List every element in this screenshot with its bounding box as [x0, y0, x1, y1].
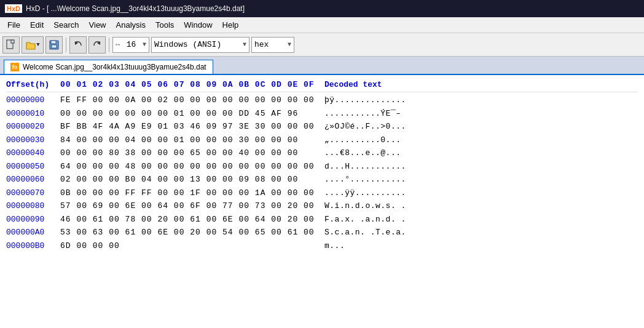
- hex-rows: 00000000FE FF 00 00 0A 00 02 00 00 00 00…: [6, 94, 638, 252]
- title-bar: HxD HxD - [ ...\Welcome Scan.jpg__3or4kl…: [0, 0, 644, 17]
- table-row: 0000008057 00 69 00 6E 00 64 00 6F 00 77…: [6, 199, 638, 213]
- title-text: HxD - [ ...\Welcome Scan.jpg__3or4kl4x13…: [26, 4, 639, 13]
- row-hex: BF BB 4F 4A A9 E9 01 03 46 09 97 3E 30 0…: [60, 121, 324, 133]
- row-hex: 00 00 00 80 38 00 00 00 65 00 00 40 00 0…: [60, 147, 324, 159]
- table-row: 00000020BF BB 4F 4A A9 E9 01 03 46 09 97…: [6, 120, 638, 134]
- svg-rect-1: [11, 40, 14, 43]
- mode-value: hex: [254, 40, 269, 49]
- row-offset: 00000050: [6, 161, 60, 173]
- hex-content: Offset(h) 00 01 02 03 04 05 06 07 08 09 …: [0, 75, 644, 328]
- row-offset: 00000060: [6, 174, 60, 186]
- encoding-dropdown-arrow: ▼: [243, 41, 246, 48]
- table-row: 00000000FE FF 00 00 0A 00 02 00 00 00 00…: [6, 94, 638, 107]
- menu-help[interactable]: Help: [218, 19, 244, 31]
- table-row: 000000A053 00 63 00 61 00 6E 00 20 00 54…: [6, 226, 638, 239]
- table-row: 0000009046 00 61 00 78 00 20 00 61 00 6E…: [6, 213, 638, 226]
- row-offset: 00000070: [6, 187, 60, 199]
- tab-label: Welcome Scan.jpg__3or4kl4x13tuuug3Byamue…: [23, 63, 206, 71]
- row-decoded: ...€8...e..@...: [324, 147, 638, 159]
- row-offset: 000000A0: [6, 226, 60, 239]
- table-row: 000000700B 00 00 00 FF FF 00 00 1F 00 00…: [6, 186, 638, 200]
- row-hex: 00 00 00 00 00 00 00 01 00 00 00 DD 45 A…: [60, 108, 324, 120]
- row-decoded: þÿ..............: [324, 94, 638, 106]
- open-button[interactable]: ▼: [22, 36, 44, 54]
- table-row: 0000003084 00 00 00 04 00 00 01 00 00 00…: [6, 134, 638, 147]
- menu-search[interactable]: Search: [49, 19, 84, 31]
- header-offset: Offset(h): [6, 80, 60, 89]
- row-offset: 00000080: [6, 200, 60, 212]
- row-decoded: F.a.x. .a.n.d. .: [324, 214, 638, 226]
- row-decoded: d...H...........: [324, 161, 638, 173]
- save-button[interactable]: [45, 36, 63, 54]
- svg-rect-3: [51, 41, 56, 44]
- mode-dropdown[interactable]: hex ▼: [251, 37, 294, 53]
- row-hex: 02 00 00 00 B0 04 00 00 13 00 00 09 08 0…: [60, 174, 324, 186]
- main-tab[interactable]: fo Welcome Scan.jpg__3or4kl4x13tuuug3Bya…: [4, 60, 213, 74]
- row-decoded: m...: [324, 240, 638, 252]
- redo-button[interactable]: [88, 36, 106, 54]
- header-decoded: Decoded text: [324, 80, 638, 89]
- app-icon: HxD: [5, 4, 22, 13]
- menu-window[interactable]: Window: [179, 19, 217, 31]
- row-offset: 00000090: [6, 214, 60, 226]
- tab-icon: fo: [10, 63, 19, 71]
- menu-edit[interactable]: Edit: [25, 19, 49, 31]
- header-hex: 00 01 02 03 04 05 06 07 08 09 0A 0B 0C 0…: [60, 80, 324, 89]
- row-hex: 64 00 00 00 48 00 00 00 00 00 00 00 00 0…: [60, 161, 324, 173]
- bytes-dropdown-arrow: ▼: [143, 41, 146, 48]
- menu-bar: File Edit Search View Analysis Tools Win…: [0, 17, 644, 33]
- encoding-dropdown[interactable]: Windows (ANSI) ▼: [151, 37, 249, 53]
- table-row: 000000B06D 00 00 00m...: [6, 239, 638, 253]
- svg-rect-4: [52, 45, 57, 48]
- menu-tools[interactable]: Tools: [151, 19, 179, 31]
- table-row: 0000001000 00 00 00 00 00 00 01 00 00 00…: [6, 107, 638, 121]
- new-button[interactable]: [2, 36, 20, 54]
- row-decoded: ¿»OJ©é..F..>0...: [324, 121, 638, 133]
- table-row: 0000006002 00 00 00 B0 04 00 00 13 00 00…: [6, 173, 638, 186]
- menu-view[interactable]: View: [84, 19, 111, 31]
- tab-bar: fo Welcome Scan.jpg__3or4kl4x13tuuug3Bya…: [0, 57, 644, 75]
- row-hex: 6D 00 00 00: [60, 240, 324, 252]
- row-hex: 53 00 63 00 61 00 6E 00 20 00 54 00 65 0…: [60, 226, 324, 239]
- row-decoded: ....°...........: [324, 174, 638, 186]
- menu-file[interactable]: File: [2, 19, 25, 31]
- encoding-value: Windows (ANSI): [154, 40, 221, 49]
- undo-button[interactable]: [69, 36, 87, 54]
- row-decoded: S.c.a.n. .T.e.a.: [324, 226, 638, 239]
- row-offset: 000000B0: [6, 240, 60, 252]
- bytes-per-row-dropdown[interactable]: ↔ 16 ▼: [112, 37, 149, 53]
- row-decoded: W.i.n.d.o.w.s. .: [324, 200, 638, 212]
- row-decoded: ....ÿÿ..........: [324, 187, 638, 199]
- row-offset: 00000010: [6, 108, 60, 120]
- row-hex: 0B 00 00 00 FF FF 00 00 1F 00 00 00 1A 0…: [60, 187, 324, 199]
- row-hex: 57 00 69 00 6E 00 64 00 6F 00 77 00 73 0…: [60, 200, 324, 212]
- toolbar: ▼ ↔ 16 ▼ Windows (ANSI) ▼ hex ▼: [0, 33, 644, 57]
- mode-dropdown-arrow: ▼: [288, 41, 291, 48]
- menu-analysis[interactable]: Analysis: [111, 19, 151, 31]
- table-row: 0000005064 00 00 00 48 00 00 00 00 00 00…: [6, 160, 638, 174]
- row-offset: 00000040: [6, 147, 60, 159]
- table-row: 0000004000 00 00 80 38 00 00 00 65 00 00…: [6, 146, 638, 160]
- row-hex: 84 00 00 00 04 00 00 01 00 00 00 30 00 0…: [60, 134, 324, 146]
- row-offset: 00000000: [6, 94, 60, 106]
- row-hex: 46 00 61 00 78 00 20 00 61 00 6E 00 64 0…: [60, 214, 324, 226]
- toolbar-sep-1: [66, 38, 66, 52]
- toolbar-sep-2: [109, 38, 109, 52]
- row-offset: 00000030: [6, 134, 60, 146]
- row-offset: 00000020: [6, 121, 60, 133]
- row-decoded: „..........0...: [324, 134, 638, 146]
- row-hex: FE FF 00 00 0A 00 02 00 00 00 00 00 00 0…: [60, 94, 324, 106]
- hex-header: Offset(h) 00 01 02 03 04 05 06 07 08 09 …: [6, 79, 638, 92]
- bytes-per-row-value: 16: [127, 40, 136, 49]
- bytes-per-row-icon: ↔: [116, 41, 120, 49]
- row-decoded: ...........ÝE¯–: [324, 108, 638, 120]
